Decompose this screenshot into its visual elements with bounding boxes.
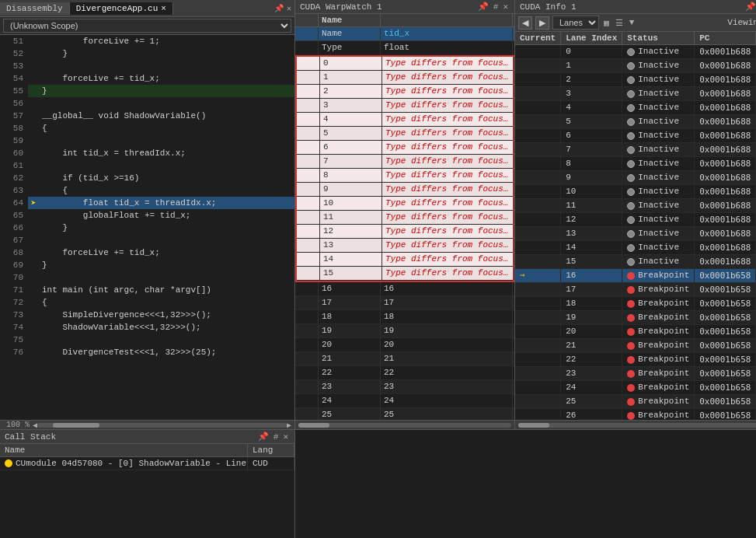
filter-icon[interactable]: ▼ (628, 18, 636, 27)
info-current-col (515, 311, 561, 325)
info-current-col (515, 395, 561, 409)
watch-lane-number: 12 (320, 225, 382, 238)
call-stack-expand-icon[interactable]: # (272, 432, 280, 442)
warpwatch-pin-icon[interactable]: 📌 (476, 2, 490, 12)
info-status: Breakpoint (622, 297, 695, 311)
info-lane-index: 6 (561, 129, 622, 143)
status-breakpoint-icon (627, 384, 635, 392)
grid-icon[interactable]: ▦ (602, 18, 611, 28)
status-text: Inactive (638, 242, 679, 253)
code-area[interactable]: 51 forceLive += 1;52 }5354 forceLive += … (0, 35, 294, 420)
line-number: 76 (0, 346, 28, 358)
watch-data-row: 2Type differs from focused thread. (297, 85, 513, 99)
info-current-col (515, 353, 561, 367)
line-number: 53 (0, 60, 28, 72)
cuda-info-pin-icon[interactable]: 📌 (744, 2, 756, 12)
lanes-select[interactable]: Lanes (552, 16, 599, 30)
info-table-row[interactable]: 12Inactive0x0001b688 (515, 213, 756, 227)
line-content (39, 271, 294, 284)
info-table-row[interactable]: 5Inactive0x0001b688 (515, 115, 756, 129)
watch-lane-number: 4 (320, 113, 382, 126)
call-stack-pin-icon[interactable]: 📌 (256, 431, 270, 442)
warpwatch-close-icon[interactable]: ✕ (501, 2, 510, 12)
info-table-row[interactable]: 17Breakpoint0x0001b658 (515, 283, 756, 297)
info-table-row[interactable]: 13Inactive0x0001b688 (515, 227, 756, 241)
status-inactive-icon (627, 132, 635, 140)
bottom-area: Call Stack 📌 # ✕ NameLang CUmodule 04d57… (0, 429, 756, 538)
info-table-row[interactable]: 3Inactive0x0001b688 (515, 87, 756, 101)
info-table-row[interactable]: 4Inactive0x0001b688 (515, 101, 756, 115)
close-tab-icon[interactable]: × (161, 4, 166, 13)
info-table-row[interactable]: 20Breakpoint0x0001b658 (515, 325, 756, 339)
info-table-row[interactable]: 26Breakpoint0x0001b658 (515, 409, 756, 421)
watch-data-row: 7Type differs from focused thread. (297, 155, 513, 169)
info-table-row[interactable]: ⇒16Breakpoint0x0001b658 (515, 269, 756, 283)
info-table-row[interactable]: 11Inactive0x0001b688 (515, 199, 756, 213)
call-stack-close-icon[interactable]: ✕ (281, 431, 290, 442)
info-table-row[interactable]: 1Inactive0x0001b688 (515, 59, 756, 73)
cuda-info-table-container[interactable]: CurrentLane IndexStatusPCthn0Inactive0x0… (515, 32, 756, 420)
info-table-row[interactable]: 8Inactive0x0001b688 (515, 157, 756, 171)
info-lane-index: 16 (561, 269, 622, 283)
list-icon[interactable]: ☰ (614, 18, 625, 28)
info-table-row[interactable]: 21Breakpoint0x0001b658 (515, 339, 756, 353)
info-lane-index: 12 (561, 213, 622, 227)
line-indicator (28, 172, 39, 184)
info-table-row[interactable]: 24Breakpoint0x0001b658 (515, 381, 756, 395)
info-table-row[interactable]: 15Inactive0x0001b688 (515, 255, 756, 269)
info-table-row[interactable]: 23Breakpoint0x0001b658 (515, 367, 756, 381)
status-text: Breakpoint (638, 298, 689, 309)
forward-button[interactable]: ▶ (535, 16, 549, 30)
watch-data-row: 0Type differs from focused thread. (297, 57, 513, 71)
back-button[interactable]: ◀ (518, 16, 532, 30)
cuda-info-hscrollbar[interactable] (515, 420, 756, 429)
info-table-row[interactable]: 0Inactive0x0001b688 (515, 45, 756, 59)
info-status: Inactive (622, 255, 695, 269)
code-panel-close-icon[interactable]: ✕ (287, 4, 291, 13)
status-inactive-icon (627, 146, 635, 154)
scope-select[interactable]: (Unknown Scope) (3, 19, 291, 33)
info-lane-index: 23 (561, 367, 622, 381)
line-indicator (28, 147, 39, 159)
watch-header-cell (381, 14, 513, 26)
tab-disassembly[interactable]: Disassembly (0, 2, 70, 15)
info-lane-index: 11 (561, 199, 622, 213)
info-lane-index: 24 (561, 381, 622, 395)
cuda-info-title: CUDA Info 1 (520, 2, 577, 12)
info-table-row[interactable]: 19Breakpoint0x0001b658 (515, 311, 756, 325)
warpwatch-expand-icon[interactable]: # (492, 2, 500, 12)
watch-type-indicator (295, 41, 319, 54)
warpwatch-hscrollbar[interactable] (295, 420, 514, 429)
status-text: Breakpoint (638, 354, 689, 365)
info-table-row[interactable]: 9Inactive0x0001b688 (515, 171, 756, 185)
watch-data-row: 1919 (295, 324, 514, 338)
watch-lane-number: 13 (320, 239, 382, 252)
line-number: 67 (0, 234, 28, 246)
status-breakpoint-icon (627, 370, 635, 378)
tab-divergenceapp[interactable]: DivergenceApp.cu × (70, 2, 173, 15)
call-stack-row[interactable]: CUmodule 04d57080 - [0] ShadowVariable -… (0, 457, 294, 470)
watch-highlight-section: 0Type differs from focused thread.1Type … (295, 55, 514, 282)
code-scrollbar[interactable]: 100 % ◀ ▶ (0, 420, 294, 429)
hscroll-track[interactable] (37, 423, 287, 428)
info-table-row[interactable]: 10Inactive0x0001b688 (515, 185, 756, 199)
info-table-row[interactable]: 22Breakpoint0x0001b658 (515, 353, 756, 367)
info-column-header: Current (515, 32, 561, 45)
line-indicator (28, 334, 39, 346)
info-table-row[interactable]: 25Breakpoint0x0001b658 (515, 395, 756, 409)
info-table-row[interactable]: 6Inactive0x0001b688 (515, 129, 756, 143)
info-table-row[interactable]: 14Inactive0x0001b688 (515, 241, 756, 255)
info-table-row[interactable]: 7Inactive0x0001b688 (515, 143, 756, 157)
info-table-row[interactable]: 2Inactive0x0001b688 (515, 73, 756, 87)
hscroll-thumb[interactable] (53, 423, 99, 428)
scroll-right-icon[interactable]: ▶ (287, 421, 291, 430)
line-content: } (39, 259, 294, 271)
info-column-header: PC (695, 32, 756, 45)
code-panel-pin-icon[interactable]: 📌 (274, 4, 284, 13)
status-inactive-icon (627, 230, 635, 238)
status-breakpoint-icon (627, 412, 635, 420)
watch-row-indicator (297, 239, 320, 252)
line-number: 72 (0, 296, 28, 309)
status-breakpoint-icon (627, 356, 635, 364)
info-table-row[interactable]: 18Breakpoint0x0001b658 (515, 297, 756, 311)
